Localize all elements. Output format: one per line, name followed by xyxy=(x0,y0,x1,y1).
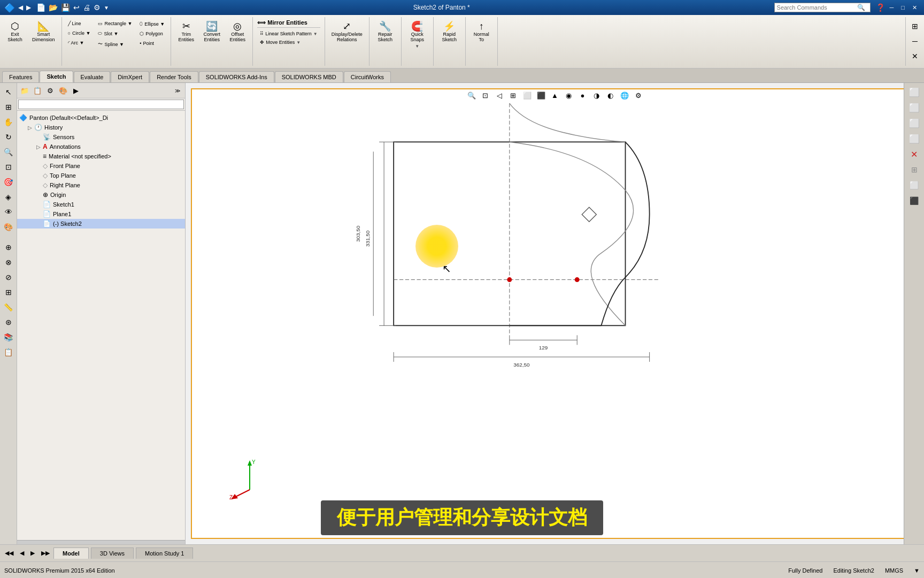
tree-item-plane1[interactable]: 📄 Plane1 xyxy=(17,209,185,219)
close-btn[interactable]: ✕ xyxy=(910,3,920,12)
right-panel-btn2[interactable]: ⬜ xyxy=(907,101,921,115)
ribbon-close-btn[interactable]: ✕ xyxy=(908,49,922,63)
tab-features[interactable]: Features xyxy=(2,71,39,82)
sketch-constraint-btn[interactable]: ⊘ xyxy=(2,270,16,284)
tab-circuitworks[interactable]: CircuitWorks xyxy=(344,71,391,82)
tab-render-tools[interactable]: Render Tools xyxy=(150,71,198,82)
right-panel-btn8[interactable]: ⬛ xyxy=(907,194,921,208)
tree-item-top-plane[interactable]: ◇ Top Plane xyxy=(17,171,185,180)
help-icon[interactable]: ❓ xyxy=(876,3,885,12)
tree-tab-display[interactable]: 🎨 xyxy=(57,85,69,96)
open-icon[interactable]: 📂 xyxy=(49,3,58,12)
rapid-sketch-button[interactable]: ⚡ Rapid Sketch xyxy=(437,19,461,64)
measure-btn[interactable]: 📏 xyxy=(2,300,16,314)
section-box-btn[interactable]: ⬜ xyxy=(521,89,533,101)
view-cube-btn[interactable]: ⬛ xyxy=(535,89,547,101)
display-delete-relations-button[interactable]: ⤢ Display/Delete Relations xyxy=(328,19,366,64)
offset-entities-button[interactable]: ◎ Offset Entities xyxy=(226,19,249,64)
ellipse-tool-btn[interactable]: ⬯ Ellipse ▼ xyxy=(137,19,167,28)
line-tool-btn[interactable]: ╱ Line xyxy=(65,19,94,28)
right-panel-btn6[interactable]: ⊞ xyxy=(907,163,921,177)
right-panel-btn4[interactable]: ⬜ xyxy=(907,132,921,146)
rapid-snap-btn[interactable]: ⊛ xyxy=(2,315,16,329)
exit-sketch-button[interactable]: ⬡ Exit Sketch xyxy=(3,19,27,64)
section-view-btn[interactable]: ⊡ xyxy=(2,160,16,174)
display-pane-btn[interactable]: ◉ xyxy=(563,89,575,101)
nav-back-icon[interactable]: ◀ xyxy=(18,4,23,11)
hide-all-btn[interactable]: ▲ xyxy=(549,89,561,101)
snap-btn[interactable]: ⊗ xyxy=(2,255,16,269)
bottom-nav-right[interactable]: ▶▶ xyxy=(38,548,52,558)
convert-entities-button[interactable]: 🔄 Convert Entities xyxy=(200,19,224,64)
tab-solidworks-mbd[interactable]: SOLIDWORKS MBD xyxy=(275,71,343,82)
ribbon-settings-btn[interactable]: ─ xyxy=(908,34,922,48)
units-dropdown[interactable]: ▼ xyxy=(914,567,920,574)
options-icon[interactable]: ⚙ xyxy=(94,3,101,12)
tree-expand-all[interactable]: ≫ xyxy=(172,85,183,96)
circle-tool-btn[interactable]: ○ Circle ▼ xyxy=(65,29,94,37)
3d-views-btn[interactable]: ⊞ xyxy=(507,89,519,101)
tree-item-front-plane[interactable]: ◇ Front Plane xyxy=(17,161,185,171)
zoom-in-btn[interactable]: 🔍 xyxy=(2,145,16,159)
arc-tool-btn[interactable]: ◜ Arc ▼ xyxy=(65,39,94,47)
tree-item-material[interactable]: ≡ Material <not specified> xyxy=(17,151,185,161)
right-panel-btn5[interactable]: ✕ xyxy=(907,147,921,161)
tree-item-sensors[interactable]: 📡 Sensors xyxy=(17,132,185,142)
shadows-btn[interactable]: ◑ xyxy=(591,89,603,101)
prev-view-btn[interactable]: ◁ xyxy=(494,89,505,101)
right-panel-btn1[interactable]: ⬜ xyxy=(907,85,921,99)
select-tool-btn[interactable]: ↖ xyxy=(2,85,16,99)
tree-item-origin[interactable]: ⊕ Origin xyxy=(17,190,185,200)
restore-btn[interactable]: □ xyxy=(898,3,907,12)
relations-btn[interactable]: ⊕ xyxy=(2,240,16,254)
bottom-nav-prev[interactable]: ◀ xyxy=(17,548,27,558)
tree-resize-handle[interactable] xyxy=(17,540,185,544)
right-panel-btn3[interactable]: ⬜ xyxy=(907,116,921,130)
tree-tab-property[interactable]: 📋 xyxy=(32,85,43,96)
trim-entities-button[interactable]: ✂ Trim Entities xyxy=(174,19,198,64)
tree-tab-motion[interactable]: ▶ xyxy=(70,85,82,96)
bottom-tab-model[interactable]: Model xyxy=(53,547,89,559)
tab-dimxpert[interactable]: DimXpert xyxy=(111,71,149,82)
new-icon[interactable]: 📄 xyxy=(36,3,45,12)
zoom-fit-btn[interactable]: ⊞ xyxy=(2,100,16,114)
tree-tab-model[interactable]: 📁 xyxy=(19,85,30,96)
bottom-nav-next[interactable]: ▶ xyxy=(28,548,37,558)
ambient-occlusion-btn[interactable]: ◐ xyxy=(605,89,617,101)
quick-snaps-button[interactable]: 🧲 Quick Snaps ▼ xyxy=(405,19,429,64)
tree-root-item[interactable]: 🔷 Panton (Default<<Default>_Di xyxy=(17,113,185,123)
bottom-tab-motion[interactable]: Motion Study 1 xyxy=(136,547,193,559)
scene-btn[interactable]: 🌐 xyxy=(619,89,630,101)
task-pane-btn[interactable]: 📋 xyxy=(2,345,16,359)
tree-item-annotations[interactable]: ▷ A Annotations xyxy=(17,142,185,151)
spline-tool-btn[interactable]: 〜 Spline ▼ xyxy=(95,39,135,49)
tree-item-history[interactable]: ▷ 🕐 History xyxy=(17,123,185,132)
normal-to-button[interactable]: ↑ Normal To xyxy=(469,19,493,64)
print-icon[interactable]: 🖨 xyxy=(83,3,90,12)
hide-show-btn[interactable]: 👁 xyxy=(2,205,16,219)
canvas-area[interactable]: 🔍 ⊡ ◁ ⊞ ⬜ ⬛ ▲ ◉ ● ◑ ◐ 🌐 ⚙ xyxy=(186,83,924,544)
point-tool-btn[interactable]: • Point xyxy=(137,39,167,48)
smart-dimension-button[interactable]: 📐 Smart Dimension xyxy=(29,19,58,64)
tree-item-sketch1[interactable]: 📄 Sketch1 xyxy=(17,200,185,209)
minimize-btn[interactable]: ─ xyxy=(887,3,897,12)
view-settings-btn[interactable]: ⚙ xyxy=(633,89,644,101)
repair-sketch-button[interactable]: 🔧 Repair Sketch xyxy=(373,19,397,64)
edit-appear-btn[interactable]: 🎨 xyxy=(2,220,16,234)
tree-item-sketch2[interactable]: 📄 (-) Sketch2 xyxy=(17,219,185,229)
display-style-btn[interactable]: ◈ xyxy=(2,190,16,204)
realview-btn[interactable]: ● xyxy=(577,89,589,101)
design-lib-btn[interactable]: 📚 xyxy=(2,330,16,344)
zoom-region-btn[interactable]: 🔍 xyxy=(466,89,478,101)
view-orient-btn[interactable]: 🎯 xyxy=(2,175,16,189)
search-icon[interactable]: 🔍 xyxy=(857,4,865,11)
pan-btn[interactable]: ✋ xyxy=(2,115,16,129)
ribbon-toggle-btn[interactable]: ⊞ xyxy=(908,19,922,33)
undo-icon[interactable]: ↩ xyxy=(73,3,80,12)
tree-filter-input[interactable] xyxy=(18,100,184,109)
tree-item-right-plane[interactable]: ◇ Right Plane xyxy=(17,180,185,190)
tab-solidworks-addins[interactable]: SOLIDWORKS Add-Ins xyxy=(199,71,274,82)
search-box[interactable]: 🔍 xyxy=(774,3,871,12)
grid-btn[interactable]: ⊞ xyxy=(2,285,16,299)
rotate-btn[interactable]: ↻ xyxy=(2,130,16,144)
